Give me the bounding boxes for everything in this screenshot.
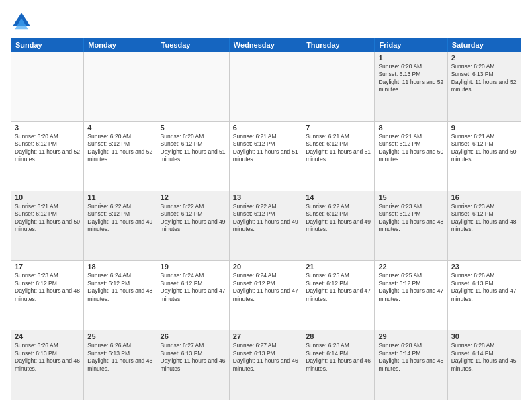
calendar-cell-26: 26Sunrise: 6:27 AM Sunset: 6:13 PM Dayli… xyxy=(157,330,230,400)
cell-info: Sunrise: 6:21 AM Sunset: 6:12 PM Dayligh… xyxy=(233,133,298,164)
calendar-cell-25: 25Sunrise: 6:26 AM Sunset: 6:13 PM Dayli… xyxy=(84,330,157,400)
calendar-week-1: 1Sunrise: 6:20 AM Sunset: 6:13 PM Daylig… xyxy=(11,52,521,122)
day-number: 21 xyxy=(306,263,371,271)
calendar-cell-7: 7Sunrise: 6:21 AM Sunset: 6:12 PM Daylig… xyxy=(302,122,375,191)
cell-info: Sunrise: 6:28 AM Sunset: 6:14 PM Dayligh… xyxy=(451,342,517,373)
calendar-cell-1: 1Sunrise: 6:20 AM Sunset: 6:13 PM Daylig… xyxy=(375,52,447,121)
calendar-cell-6: 6Sunrise: 6:21 AM Sunset: 6:12 PM Daylig… xyxy=(230,122,302,191)
calendar-cell-17: 17Sunrise: 6:23 AM Sunset: 6:12 PM Dayli… xyxy=(11,261,84,330)
cell-info: Sunrise: 6:20 AM Sunset: 6:13 PM Dayligh… xyxy=(378,63,443,94)
calendar-cell-13: 13Sunrise: 6:22 AM Sunset: 6:12 PM Dayli… xyxy=(230,191,302,261)
header-day-sunday: Sunday xyxy=(11,38,84,52)
day-number: 14 xyxy=(306,193,371,201)
calendar-cell-18: 18Sunrise: 6:24 AM Sunset: 6:12 PM Dayli… xyxy=(84,261,157,330)
cell-info: Sunrise: 6:22 AM Sunset: 6:12 PM Dayligh… xyxy=(233,203,298,234)
day-number: 5 xyxy=(161,124,226,132)
cell-info: Sunrise: 6:22 AM Sunset: 6:12 PM Dayligh… xyxy=(161,203,226,234)
calendar-week-3: 10Sunrise: 6:21 AM Sunset: 6:12 PM Dayli… xyxy=(11,191,521,261)
calendar-cell-5: 5Sunrise: 6:20 AM Sunset: 6:12 PM Daylig… xyxy=(157,122,230,191)
cell-info: Sunrise: 6:20 AM Sunset: 6:12 PM Dayligh… xyxy=(87,133,152,164)
day-number: 7 xyxy=(306,124,371,132)
day-number: 13 xyxy=(233,193,298,201)
calendar-cell-9: 9Sunrise: 6:21 AM Sunset: 6:12 PM Daylig… xyxy=(448,122,521,191)
cell-info: Sunrise: 6:24 AM Sunset: 6:12 PM Dayligh… xyxy=(161,272,226,303)
calendar-cell-16: 16Sunrise: 6:23 AM Sunset: 6:12 PM Dayli… xyxy=(448,191,521,261)
calendar: SundayMondayTuesdayWednesdayThursdayFrid… xyxy=(11,38,521,400)
calendar-week-4: 17Sunrise: 6:23 AM Sunset: 6:12 PM Dayli… xyxy=(11,261,521,330)
calendar-cell-11: 11Sunrise: 6:22 AM Sunset: 6:12 PM Dayli… xyxy=(84,191,157,261)
cell-info: Sunrise: 6:25 AM Sunset: 6:12 PM Dayligh… xyxy=(378,272,443,303)
calendar-cell-19: 19Sunrise: 6:24 AM Sunset: 6:12 PM Dayli… xyxy=(157,261,230,330)
cell-info: Sunrise: 6:26 AM Sunset: 6:13 PM Dayligh… xyxy=(15,342,80,373)
cell-info: Sunrise: 6:23 AM Sunset: 6:12 PM Dayligh… xyxy=(15,272,80,303)
day-number: 29 xyxy=(378,332,443,340)
day-number: 26 xyxy=(161,332,226,340)
day-number: 22 xyxy=(378,263,443,271)
day-number: 4 xyxy=(87,124,152,132)
day-number: 12 xyxy=(161,193,226,201)
day-number: 15 xyxy=(378,193,443,201)
calendar-cell-3: 3Sunrise: 6:20 AM Sunset: 6:12 PM Daylig… xyxy=(11,122,84,191)
day-number: 30 xyxy=(451,332,517,340)
calendar-cell-29: 29Sunrise: 6:28 AM Sunset: 6:14 PM Dayli… xyxy=(375,330,447,400)
calendar-cell-15: 15Sunrise: 6:23 AM Sunset: 6:12 PM Dayli… xyxy=(375,191,447,261)
calendar-cell-empty-2 xyxy=(157,52,230,121)
calendar-cell-27: 27Sunrise: 6:27 AM Sunset: 6:13 PM Dayli… xyxy=(230,330,302,400)
calendar-cell-8: 8Sunrise: 6:21 AM Sunset: 6:12 PM Daylig… xyxy=(375,122,447,191)
calendar-cell-14: 14Sunrise: 6:22 AM Sunset: 6:12 PM Dayli… xyxy=(302,191,375,261)
cell-info: Sunrise: 6:28 AM Sunset: 6:14 PM Dayligh… xyxy=(306,342,371,373)
calendar-week-5: 24Sunrise: 6:26 AM Sunset: 6:13 PM Dayli… xyxy=(11,330,521,400)
day-number: 6 xyxy=(233,124,298,132)
calendar-header: SundayMondayTuesdayWednesdayThursdayFrid… xyxy=(11,38,521,52)
cell-info: Sunrise: 6:21 AM Sunset: 6:12 PM Dayligh… xyxy=(15,203,80,234)
cell-info: Sunrise: 6:25 AM Sunset: 6:12 PM Dayligh… xyxy=(306,272,371,303)
cell-info: Sunrise: 6:26 AM Sunset: 6:13 PM Dayligh… xyxy=(87,342,152,373)
calendar-cell-12: 12Sunrise: 6:22 AM Sunset: 6:12 PM Dayli… xyxy=(157,191,230,261)
day-number: 16 xyxy=(451,193,517,201)
day-number: 19 xyxy=(161,263,226,271)
day-number: 24 xyxy=(15,332,80,340)
calendar-cell-23: 23Sunrise: 6:26 AM Sunset: 6:13 PM Dayli… xyxy=(448,261,521,330)
calendar-cell-empty-0 xyxy=(11,52,84,121)
cell-info: Sunrise: 6:23 AM Sunset: 6:12 PM Dayligh… xyxy=(451,203,517,234)
day-number: 11 xyxy=(87,193,152,201)
cell-info: Sunrise: 6:24 AM Sunset: 6:12 PM Dayligh… xyxy=(87,272,152,303)
calendar-body: 1Sunrise: 6:20 AM Sunset: 6:13 PM Daylig… xyxy=(11,52,521,400)
cell-info: Sunrise: 6:20 AM Sunset: 6:13 PM Dayligh… xyxy=(451,63,517,94)
logo xyxy=(11,11,35,32)
calendar-cell-empty-4 xyxy=(302,52,375,121)
calendar-cell-10: 10Sunrise: 6:21 AM Sunset: 6:12 PM Dayli… xyxy=(11,191,84,261)
cell-info: Sunrise: 6:24 AM Sunset: 6:12 PM Dayligh… xyxy=(233,272,298,303)
day-number: 27 xyxy=(233,332,298,340)
cell-info: Sunrise: 6:26 AM Sunset: 6:13 PM Dayligh… xyxy=(451,272,517,303)
calendar-cell-28: 28Sunrise: 6:28 AM Sunset: 6:14 PM Dayli… xyxy=(302,330,375,400)
cell-info: Sunrise: 6:27 AM Sunset: 6:13 PM Dayligh… xyxy=(161,342,226,373)
header xyxy=(11,11,521,32)
cell-info: Sunrise: 6:21 AM Sunset: 6:12 PM Dayligh… xyxy=(451,133,517,164)
day-number: 8 xyxy=(378,124,443,132)
header-day-saturday: Saturday xyxy=(448,38,521,52)
day-number: 23 xyxy=(451,263,517,271)
calendar-cell-21: 21Sunrise: 6:25 AM Sunset: 6:12 PM Dayli… xyxy=(302,261,375,330)
day-number: 1 xyxy=(378,54,443,62)
calendar-cell-empty-3 xyxy=(230,52,302,121)
header-day-tuesday: Tuesday xyxy=(157,38,230,52)
cell-info: Sunrise: 6:20 AM Sunset: 6:12 PM Dayligh… xyxy=(15,133,80,164)
calendar-cell-20: 20Sunrise: 6:24 AM Sunset: 6:12 PM Dayli… xyxy=(230,261,302,330)
day-number: 17 xyxy=(15,263,80,271)
day-number: 18 xyxy=(87,263,152,271)
calendar-cell-22: 22Sunrise: 6:25 AM Sunset: 6:12 PM Dayli… xyxy=(375,261,447,330)
calendar-cell-24: 24Sunrise: 6:26 AM Sunset: 6:13 PM Dayli… xyxy=(11,330,84,400)
cell-info: Sunrise: 6:27 AM Sunset: 6:13 PM Dayligh… xyxy=(233,342,298,373)
calendar-week-2: 3Sunrise: 6:20 AM Sunset: 6:12 PM Daylig… xyxy=(11,122,521,191)
day-number: 25 xyxy=(87,332,152,340)
header-day-friday: Friday xyxy=(375,38,447,52)
calendar-cell-30: 30Sunrise: 6:28 AM Sunset: 6:14 PM Dayli… xyxy=(448,330,521,400)
day-number: 28 xyxy=(306,332,371,340)
header-day-wednesday: Wednesday xyxy=(230,38,302,52)
day-number: 3 xyxy=(15,124,80,132)
calendar-cell-2: 2Sunrise: 6:20 AM Sunset: 6:13 PM Daylig… xyxy=(448,52,521,121)
cell-info: Sunrise: 6:21 AM Sunset: 6:12 PM Dayligh… xyxy=(306,133,371,164)
logo-icon xyxy=(11,11,32,32)
header-day-monday: Monday xyxy=(84,38,157,52)
